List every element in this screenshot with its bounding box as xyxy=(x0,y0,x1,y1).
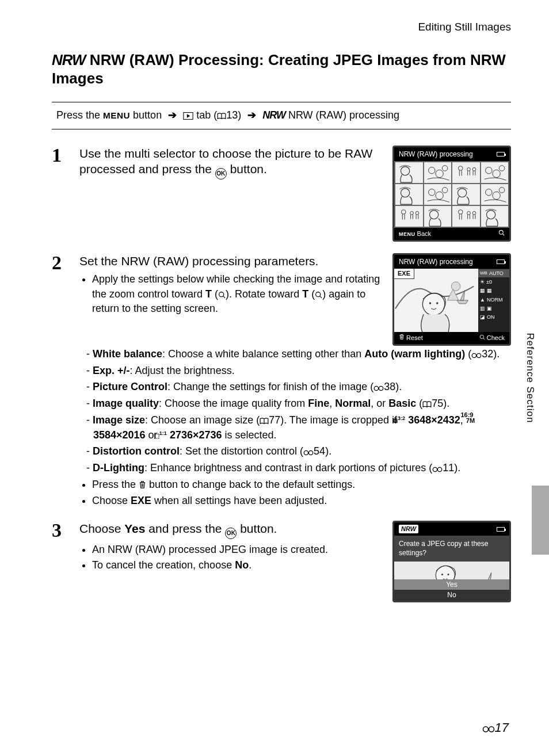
confirm-yes: Yes xyxy=(394,579,509,590)
trash-icon xyxy=(139,480,146,489)
param-picture-control: Picture Control: Change the settings for… xyxy=(86,380,511,395)
param-white-balance: White balance: Choose a white balance se… xyxy=(86,347,511,362)
playback-tab-icon xyxy=(183,112,193,120)
param-wb: WB AUTO xyxy=(478,269,509,277)
param-pc: ▦ ▦ xyxy=(480,287,508,294)
manual-ref-icon xyxy=(217,113,226,120)
param-d-lighting: D-Lighting: Enhance brightness and contr… xyxy=(86,461,511,476)
lcd-title-text: NRW (RAW) processing xyxy=(399,257,473,266)
breadcrumb: Press the MENU button ➔ tab (13) ➔ NRW N… xyxy=(52,102,511,129)
lcd-back-label: Back xyxy=(417,230,431,237)
param-exposure: Exp. +/-: Adjust the brightness. xyxy=(86,364,511,379)
step-2-head: Set the NRW (RAW) processing parameters. xyxy=(79,253,382,269)
camera-screen-params: NRW (RAW) processing EXE xyxy=(392,253,511,346)
ok-button-icon: OK xyxy=(225,528,237,539)
param-image-size: Image size: Choose an image size (77). T… xyxy=(86,413,511,442)
section-heading: Editing Still Images xyxy=(52,20,511,35)
battery-icon xyxy=(497,259,505,264)
ratio-3-2-icon: ⧉3:2 xyxy=(400,416,405,424)
step-number: 3 xyxy=(52,521,69,602)
param-norm: ▲ NORM xyxy=(480,296,508,303)
battery-icon xyxy=(497,152,505,156)
zoom-icon xyxy=(498,230,505,238)
param-distortion: Distortion control: Set the distortion c… xyxy=(86,444,511,459)
lcd-title-text: NRW (RAW) processing xyxy=(399,150,473,159)
magnify-icon xyxy=(479,334,485,340)
step-number: 1 xyxy=(52,146,69,242)
camera-screen-thumbnails: NRW (RAW) processing xyxy=(392,146,511,242)
magnify-icon xyxy=(218,291,226,299)
step-2-reset-note: Press the button to change back to the d… xyxy=(92,478,511,492)
param-image-quality: Image quality: Choose the image quality … xyxy=(86,396,511,411)
ref-icon xyxy=(432,467,443,472)
check-label: Check xyxy=(487,334,505,341)
param-size: ▥ ▣ xyxy=(480,305,508,312)
nrw-icon: NRW xyxy=(262,108,285,122)
side-section-label: Reference Section xyxy=(523,333,536,423)
ref-icon xyxy=(373,385,384,391)
page-title: NRW NRW (RAW) Processing: Creating JPEG … xyxy=(52,51,511,88)
step-2-exe-note: Choose EXE when all settings have been a… xyxy=(92,494,511,509)
step-3-head: Choose Yes and press the OK button. xyxy=(79,521,382,539)
trash-icon xyxy=(399,334,405,340)
confirm-message: Create a JPEG copy at these settings? xyxy=(394,536,509,561)
ratio-16-9-icon: 16:97M xyxy=(466,413,475,424)
side-thumb-tab xyxy=(532,486,549,555)
manual-ref-icon xyxy=(260,418,269,425)
camera-screen-confirm: NRW Create a JPEG copy at these settings… xyxy=(392,521,511,602)
step-3-bullet: An NRW (RAW) processed JPEG image is cre… xyxy=(92,543,382,558)
confirm-no: No xyxy=(394,590,509,600)
magnify-icon xyxy=(315,291,322,299)
manual-ref-icon xyxy=(422,401,432,408)
step-3-bullet: To cancel the creation, choose No. xyxy=(92,558,382,573)
exe-button: EXE xyxy=(394,269,414,279)
ref-icon xyxy=(303,450,314,456)
battery-icon xyxy=(497,527,505,532)
menu-button-label: MENU xyxy=(103,110,130,120)
page-number: 17 xyxy=(482,719,509,736)
ref-icon xyxy=(482,726,495,733)
reset-label: Reset xyxy=(406,334,423,341)
step-2-bullet: Apply the settings below while checking … xyxy=(92,272,382,316)
ok-button-icon: OK xyxy=(215,168,227,180)
nrw-badge: NRW xyxy=(399,525,418,533)
param-dl: ◪ ON xyxy=(480,314,508,320)
ref-icon xyxy=(471,353,482,358)
nrw-icon: NRW xyxy=(52,51,86,70)
param-exp: ☀ ±0 xyxy=(480,278,508,285)
step-1-text: Use the multi selector to choose the pic… xyxy=(79,146,382,180)
ratio-1-1-icon: ⬚1:1 xyxy=(161,431,167,439)
step-number: 2 xyxy=(52,253,69,509)
